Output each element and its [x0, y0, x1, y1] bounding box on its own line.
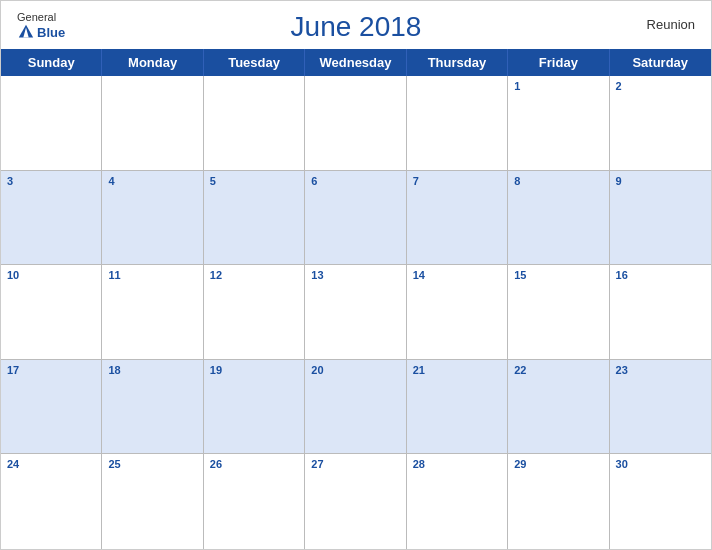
day-number: 10	[7, 269, 95, 281]
day-monday: Monday	[102, 49, 203, 76]
logo-blue: Blue	[17, 23, 65, 41]
day-number: 11	[108, 269, 196, 281]
day-number: 7	[413, 175, 501, 187]
day-number: 19	[210, 364, 298, 376]
day-number: 29	[514, 458, 602, 470]
day-number: 8	[514, 175, 602, 187]
calendar-cell: 17	[1, 360, 102, 455]
day-number: 6	[311, 175, 399, 187]
calendar-cell: 24	[1, 454, 102, 549]
day-number: 9	[616, 175, 705, 187]
calendar-cell: 1	[508, 76, 609, 171]
calendar-cell: 30	[610, 454, 711, 549]
day-number: 13	[311, 269, 399, 281]
day-number: 4	[108, 175, 196, 187]
day-number: 18	[108, 364, 196, 376]
day-number: 16	[616, 269, 705, 281]
day-number: 21	[413, 364, 501, 376]
calendar-cell: 9	[610, 171, 711, 266]
day-number: 28	[413, 458, 501, 470]
calendar-grid: 1234567891011121314151617181920212223242…	[1, 76, 711, 549]
day-number: 24	[7, 458, 95, 470]
logo-icon	[17, 23, 35, 41]
day-thursday: Thursday	[407, 49, 508, 76]
calendar-title: June 2018	[291, 11, 422, 43]
day-number: 1	[514, 80, 602, 92]
day-number: 14	[413, 269, 501, 281]
calendar-cell: 21	[407, 360, 508, 455]
calendar-cell: 3	[1, 171, 102, 266]
calendar-cell: 16	[610, 265, 711, 360]
region-label: Reunion	[647, 17, 695, 32]
calendar-cell: 20	[305, 360, 406, 455]
day-number: 25	[108, 458, 196, 470]
day-sunday: Sunday	[1, 49, 102, 76]
calendar-cell: 29	[508, 454, 609, 549]
calendar-cell: 2	[610, 76, 711, 171]
calendar-cell	[305, 76, 406, 171]
calendar-header: General Blue June 2018 Reunion	[1, 1, 711, 49]
calendar-cell: 28	[407, 454, 508, 549]
calendar-cell: 4	[102, 171, 203, 266]
day-number: 12	[210, 269, 298, 281]
calendar-cell: 12	[204, 265, 305, 360]
calendar-cell: 26	[204, 454, 305, 549]
calendar-cell	[407, 76, 508, 171]
calendar-cell	[204, 76, 305, 171]
calendar-cell: 13	[305, 265, 406, 360]
calendar-cell	[102, 76, 203, 171]
logo-general: General	[17, 11, 56, 23]
day-number: 27	[311, 458, 399, 470]
day-number: 30	[616, 458, 705, 470]
day-number: 23	[616, 364, 705, 376]
calendar-cell: 27	[305, 454, 406, 549]
day-saturday: Saturday	[610, 49, 711, 76]
calendar-cell: 23	[610, 360, 711, 455]
day-number: 26	[210, 458, 298, 470]
calendar-cell: 15	[508, 265, 609, 360]
day-number: 3	[7, 175, 95, 187]
day-friday: Friday	[508, 49, 609, 76]
calendar-cell: 6	[305, 171, 406, 266]
calendar-cell: 5	[204, 171, 305, 266]
calendar-cell	[1, 76, 102, 171]
calendar-cell: 8	[508, 171, 609, 266]
calendar-cell: 14	[407, 265, 508, 360]
calendar-cell: 10	[1, 265, 102, 360]
day-number: 17	[7, 364, 95, 376]
calendar-cell: 7	[407, 171, 508, 266]
day-tuesday: Tuesday	[204, 49, 305, 76]
day-number: 15	[514, 269, 602, 281]
day-number: 2	[616, 80, 705, 92]
calendar-container: General Blue June 2018 Reunion Sunday Mo…	[0, 0, 712, 550]
day-number: 5	[210, 175, 298, 187]
calendar-cell: 19	[204, 360, 305, 455]
calendar-cell: 25	[102, 454, 203, 549]
logo-area: General Blue	[17, 11, 65, 41]
day-wednesday: Wednesday	[305, 49, 406, 76]
calendar-cell: 11	[102, 265, 203, 360]
day-number: 20	[311, 364, 399, 376]
calendar-cell: 22	[508, 360, 609, 455]
days-header: Sunday Monday Tuesday Wednesday Thursday…	[1, 49, 711, 76]
day-number: 22	[514, 364, 602, 376]
calendar-cell: 18	[102, 360, 203, 455]
